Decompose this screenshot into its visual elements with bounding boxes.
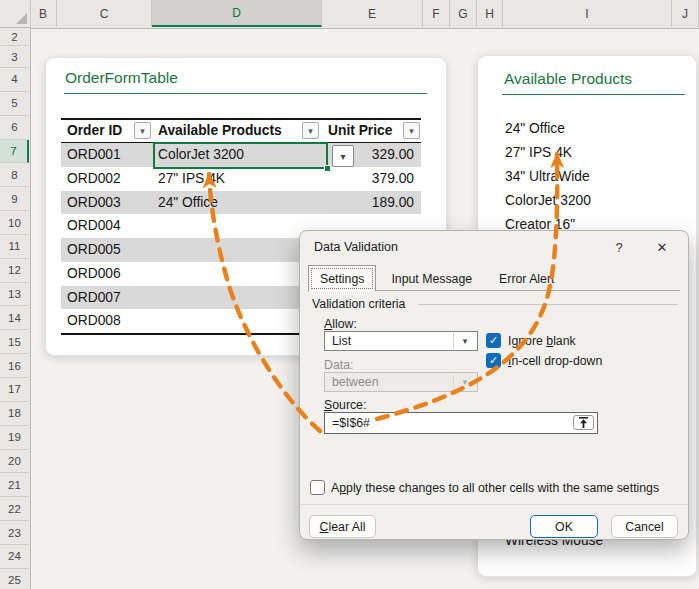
clear-all-button[interactable]: Clear All bbox=[309, 515, 376, 538]
tab-row: SettingsInput MessageError Alert bbox=[308, 267, 569, 292]
row-header-5[interactable]: 5 bbox=[0, 92, 29, 116]
range-picker-button[interactable] bbox=[573, 415, 594, 430]
order-id-cell[interactable]: ORD005 bbox=[67, 238, 121, 262]
row-header-10[interactable]: 10 bbox=[0, 211, 29, 235]
row-header-21[interactable]: 21 bbox=[0, 473, 29, 497]
column-header-I[interactable]: I bbox=[503, 0, 672, 27]
row-header-19[interactable]: 19 bbox=[0, 426, 29, 450]
chevron-down-icon: ▾ bbox=[453, 333, 476, 349]
tab-error-alert[interactable]: Error Alert bbox=[487, 267, 566, 292]
collapse-dialog-icon bbox=[578, 417, 589, 428]
select-all-corner[interactable] bbox=[0, 0, 31, 28]
product-cell[interactable]: 27" IPS 4K bbox=[158, 167, 225, 191]
data-combobox: between ▾ bbox=[324, 372, 478, 392]
incell-dropdown-checkbox[interactable]: ✓ bbox=[486, 353, 501, 368]
row-header-24[interactable]: 24 bbox=[0, 545, 29, 569]
product-list-item[interactable]: 24" Office bbox=[505, 121, 565, 136]
order-id-cell[interactable]: ORD002 bbox=[67, 167, 121, 191]
row-header-15[interactable]: 15 bbox=[0, 330, 29, 354]
filter-dropdown-button[interactable]: ▾ bbox=[302, 122, 319, 139]
unit-price-cell[interactable]: 379.00 bbox=[334, 167, 414, 191]
tab-input-message[interactable]: Input Message bbox=[379, 267, 484, 292]
column-headers: BCDEFGHIJ bbox=[0, 0, 699, 29]
row-header-17[interactable]: 17 bbox=[0, 378, 29, 402]
row-header-11[interactable]: 11 bbox=[0, 235, 29, 259]
order-id-cell[interactable]: ORD006 bbox=[67, 262, 121, 286]
source-value: =$I$6# bbox=[332, 416, 370, 430]
fill-handle[interactable] bbox=[324, 165, 331, 172]
source-input[interactable]: =$I$6# bbox=[324, 412, 598, 434]
row-header-12[interactable]: 12 bbox=[0, 259, 29, 283]
incell-dropdown-label: In-cell drop-down bbox=[508, 354, 602, 368]
check-icon: ✓ bbox=[489, 334, 498, 347]
allow-label: Allow: bbox=[324, 317, 357, 331]
help-icon: ? bbox=[615, 240, 622, 255]
row-header-20[interactable]: 20 bbox=[0, 450, 29, 474]
selected-cell-outline[interactable] bbox=[153, 142, 328, 169]
tab-settings[interactable]: Settings bbox=[308, 265, 376, 292]
filter-dropdown-button[interactable]: ▾ bbox=[403, 122, 420, 139]
data-label: Data: bbox=[324, 358, 353, 372]
row-header-25[interactable]: 25 bbox=[0, 569, 29, 589]
order-id-cell[interactable]: ORD007 bbox=[67, 286, 121, 310]
apply-all-label: Apply these changes to all other cells w… bbox=[331, 481, 659, 495]
help-button[interactable]: ? bbox=[608, 236, 630, 258]
row-header-7[interactable]: 7 bbox=[0, 140, 29, 164]
row-header-9[interactable]: 9 bbox=[0, 187, 29, 211]
column-header-label: Order ID bbox=[67, 119, 122, 142]
dialog-title: Data Validation bbox=[314, 240, 398, 254]
row-header-4[interactable]: 4 bbox=[0, 68, 29, 92]
row-header-8[interactable]: 8 bbox=[0, 163, 29, 187]
order-id-cell[interactable]: ORD001 bbox=[67, 143, 121, 167]
order-form-title: OrderFormTable bbox=[65, 69, 178, 87]
close-button[interactable]: ✕ bbox=[651, 236, 673, 258]
column-header-C[interactable]: C bbox=[57, 0, 152, 27]
cancel-button[interactable]: Cancel bbox=[611, 515, 678, 538]
row-header-2[interactable]: 2 bbox=[0, 28, 29, 46]
in-cell-dropdown-button[interactable]: ▾ bbox=[332, 145, 354, 167]
ignore-blank-checkbox[interactable]: ✓ bbox=[486, 333, 501, 348]
column-header-F[interactable]: F bbox=[423, 0, 450, 27]
cell-dropdown-icon: ▾ bbox=[340, 151, 345, 162]
row-header-13[interactable]: 13 bbox=[0, 283, 29, 307]
column-header-D[interactable]: D bbox=[152, 0, 322, 27]
order-form-title-rule bbox=[64, 93, 427, 94]
column-header-B[interactable]: B bbox=[30, 0, 57, 27]
order-id-cell[interactable]: ORD008 bbox=[67, 309, 121, 333]
product-list-item[interactable]: 27" IPS 4K bbox=[505, 145, 572, 160]
ok-button[interactable]: OK bbox=[530, 515, 598, 538]
row-header-22[interactable]: 22 bbox=[0, 497, 29, 521]
products-title: Available Products bbox=[504, 70, 632, 88]
column-header-label: Unit Price bbox=[328, 119, 392, 142]
row-header-6[interactable]: 6 bbox=[0, 116, 29, 140]
column-header-E[interactable]: E bbox=[322, 0, 423, 27]
row-header-23[interactable]: 23 bbox=[0, 521, 29, 545]
chevron-down-icon: ▾ bbox=[453, 374, 476, 390]
column-header-G[interactable]: G bbox=[450, 0, 477, 27]
order-id-cell[interactable]: ORD003 bbox=[67, 191, 121, 215]
row-header-14[interactable]: 14 bbox=[0, 307, 29, 331]
allow-value: List bbox=[332, 334, 351, 348]
row-header-3[interactable]: 3 bbox=[0, 46, 29, 68]
unit-price-cell[interactable]: 189.00 bbox=[334, 191, 414, 215]
product-list-item[interactable]: 34" UltraWide bbox=[505, 169, 590, 184]
close-icon: ✕ bbox=[657, 240, 668, 255]
excel-worksheet: BCDEFGHIJ 234567891011121314151617181920… bbox=[0, 0, 699, 589]
column-header-label: Available Products bbox=[158, 119, 282, 142]
product-cell[interactable]: 24" Office bbox=[158, 191, 218, 215]
select-all-triangle-icon bbox=[16, 13, 27, 24]
column-header-J[interactable]: J bbox=[672, 0, 699, 27]
products-title-rule bbox=[502, 94, 685, 95]
filter-dropdown-button[interactable]: ▾ bbox=[134, 122, 151, 139]
row-headers: 2345678910111213141516171819202122232425 bbox=[0, 28, 31, 589]
row-header-18[interactable]: 18 bbox=[0, 402, 29, 426]
column-header-H[interactable]: H bbox=[477, 0, 503, 27]
data-validation-dialog: Data Validation ? ✕ SettingsInput Messag… bbox=[299, 230, 689, 540]
row-header-16[interactable]: 16 bbox=[0, 354, 29, 378]
allow-combobox[interactable]: List ▾ bbox=[324, 331, 478, 351]
source-label: Source: bbox=[324, 398, 366, 412]
ignore-blank-label: Ignore blank bbox=[508, 334, 576, 348]
apply-all-checkbox[interactable] bbox=[310, 480, 325, 495]
order-id-cell[interactable]: ORD004 bbox=[67, 214, 121, 238]
product-list-item[interactable]: ColorJet 3200 bbox=[505, 193, 591, 208]
